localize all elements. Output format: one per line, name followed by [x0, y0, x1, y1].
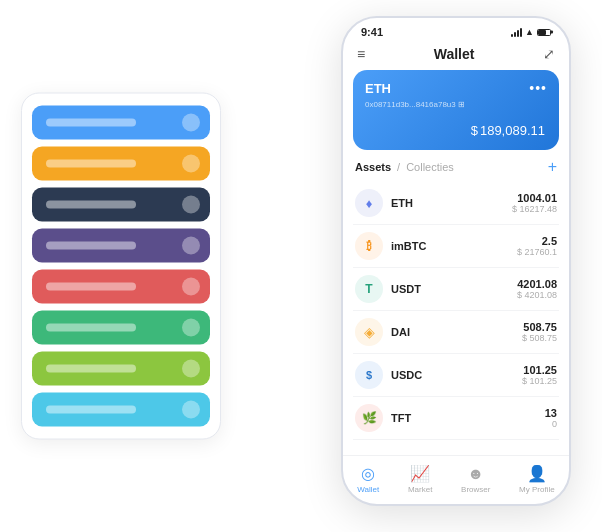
market-nav-icon: 📈: [410, 464, 430, 483]
dai-icon: ◈: [355, 318, 383, 346]
eth-coin-label: ETH: [365, 81, 391, 96]
eth-more-icon[interactable]: •••: [529, 80, 547, 96]
list-item[interactable]: [32, 270, 210, 304]
card-icon: [182, 155, 200, 173]
card-label-bar: [46, 242, 136, 250]
card-label-bar: [46, 201, 136, 209]
card-stack: [21, 93, 221, 440]
asset-amount: 101.25: [522, 364, 557, 376]
tft-icon: 🌿: [355, 404, 383, 432]
asset-amount: 2.5: [517, 235, 557, 247]
phone-header: ≡ Wallet ⤢: [343, 42, 569, 70]
tab-assets[interactable]: Assets: [355, 161, 391, 173]
wallet-nav-icon: ◎: [361, 464, 375, 483]
eth-address: 0x08711d3b...8416a78u3 ⊞: [365, 100, 547, 109]
asset-symbol: TFT: [391, 412, 545, 424]
scene: 9:41 ▲ ≡ Wallet ⤢ ETH: [21, 16, 581, 516]
asset-usd: $ 101.25: [522, 376, 557, 386]
currency-symbol: $: [471, 123, 478, 138]
card-label-bar: [46, 119, 136, 127]
asset-symbol: USDT: [391, 283, 517, 295]
list-item[interactable]: [32, 147, 210, 181]
card-label-bar: [46, 283, 136, 291]
asset-list: ♦ ETH 1004.01 $ 16217.48 ₿ imBTC 2.5 $ 2…: [343, 182, 569, 455]
tab-divider: /: [397, 161, 400, 173]
asset-usd: $ 508.75: [522, 333, 557, 343]
card-icon: [182, 196, 200, 214]
usdt-icon: T: [355, 275, 383, 303]
asset-symbol: DAI: [391, 326, 522, 338]
nav-market-label: Market: [408, 485, 432, 494]
page-title: Wallet: [434, 46, 475, 62]
asset-symbol: imBTC: [391, 240, 517, 252]
card-label-bar: [46, 324, 136, 332]
eth-card[interactable]: ETH ••• 0x08711d3b...8416a78u3 ⊞ $189,08…: [353, 70, 559, 150]
asset-values: 2.5 $ 21760.1: [517, 235, 557, 257]
battery-icon: [537, 29, 551, 36]
asset-values: 508.75 $ 508.75: [522, 321, 557, 343]
menu-icon[interactable]: ≡: [357, 46, 365, 62]
nav-profile-label: My Profile: [519, 485, 555, 494]
status-time: 9:41: [361, 26, 383, 38]
list-item[interactable]: [32, 229, 210, 263]
asset-values: 101.25 $ 101.25: [522, 364, 557, 386]
status-icons: ▲: [511, 27, 551, 37]
asset-symbol: ETH: [391, 197, 512, 209]
card-icon: [182, 114, 200, 132]
status-bar: 9:41 ▲: [343, 18, 569, 42]
asset-usd: 0: [545, 419, 557, 429]
asset-values: 1004.01 $ 16217.48: [512, 192, 557, 214]
list-item[interactable]: [32, 106, 210, 140]
nav-profile[interactable]: 👤 My Profile: [519, 464, 555, 494]
list-item[interactable]: [32, 311, 210, 345]
card-label-bar: [46, 406, 136, 414]
nav-wallet-label: Wallet: [357, 485, 379, 494]
profile-nav-icon: 👤: [527, 464, 547, 483]
card-label-bar: [46, 365, 136, 373]
expand-icon[interactable]: ⤢: [543, 46, 555, 62]
phone: 9:41 ▲ ≡ Wallet ⤢ ETH: [341, 16, 571, 506]
nav-browser-label: Browser: [461, 485, 490, 494]
list-item[interactable]: [32, 352, 210, 386]
card-icon: [182, 278, 200, 296]
assets-header: Assets / Collecties +: [343, 158, 569, 182]
card-icon: [182, 237, 200, 255]
asset-amount: 1004.01: [512, 192, 557, 204]
eth-balance: $189,089.11: [365, 117, 547, 140]
asset-usd: $ 4201.08: [517, 290, 557, 300]
list-item[interactable]: [32, 188, 210, 222]
asset-usd: $ 16217.48: [512, 204, 557, 214]
asset-usd: $ 21760.1: [517, 247, 557, 257]
asset-amount: 4201.08: [517, 278, 557, 290]
usdc-icon: $: [355, 361, 383, 389]
table-row[interactable]: ◈ DAI 508.75 $ 508.75: [353, 311, 559, 354]
table-row[interactable]: $ USDC 101.25 $ 101.25: [353, 354, 559, 397]
table-row[interactable]: ♦ ETH 1004.01 $ 16217.48: [353, 182, 559, 225]
wifi-icon: ▲: [525, 27, 534, 37]
imbtc-icon: ₿: [355, 232, 383, 260]
card-label-bar: [46, 160, 136, 168]
table-row[interactable]: T USDT 4201.08 $ 4201.08: [353, 268, 559, 311]
bottom-nav: ◎ Wallet 📈 Market ☻ Browser 👤 My Profile: [343, 455, 569, 504]
signal-icon: [511, 28, 522, 37]
asset-values: 13 0: [545, 407, 557, 429]
eth-icon: ♦: [355, 189, 383, 217]
assets-tabs: Assets / Collecties: [355, 161, 454, 173]
asset-values: 4201.08 $ 4201.08: [517, 278, 557, 300]
nav-market[interactable]: 📈 Market: [408, 464, 432, 494]
add-asset-icon[interactable]: +: [548, 158, 557, 176]
asset-symbol: USDC: [391, 369, 522, 381]
browser-nav-icon: ☻: [467, 465, 484, 483]
asset-amount: 13: [545, 407, 557, 419]
table-row[interactable]: 🌿 TFT 13 0: [353, 397, 559, 440]
card-icon: [182, 360, 200, 378]
nav-wallet[interactable]: ◎ Wallet: [357, 464, 379, 494]
asset-amount: 508.75: [522, 321, 557, 333]
nav-browser[interactable]: ☻ Browser: [461, 465, 490, 494]
card-icon: [182, 319, 200, 337]
card-icon: [182, 401, 200, 419]
table-row[interactable]: ₿ imBTC 2.5 $ 21760.1: [353, 225, 559, 268]
tab-collecties[interactable]: Collecties: [406, 161, 454, 173]
list-item[interactable]: [32, 393, 210, 427]
